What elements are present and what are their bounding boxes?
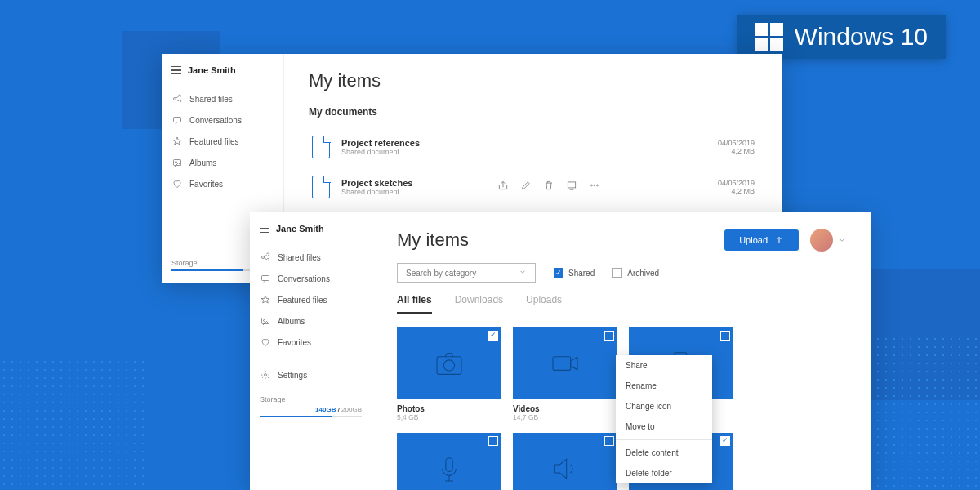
microphone-icon [433,452,466,485]
storage-bar [260,416,362,417]
card-checkbox-icon[interactable] [604,436,614,446]
sidebar-item-shared-files[interactable]: Shared files [260,247,362,268]
folder-card[interactable]: Photos 5,4 GB [397,327,501,421]
star-icon [172,136,183,147]
share-icon [172,93,183,105]
user-name: Jane Smith [188,65,236,75]
filter-archived-checkbox[interactable]: Archived [612,268,659,278]
document-subtitle: Shared document [341,148,420,156]
share-icon[interactable] [497,180,509,194]
sidebar-item-label: Shared files [278,253,321,262]
sidebar-item-conversations[interactable]: Conversations [172,109,274,131]
separator [616,439,712,440]
sidebar-item-label: Albums [278,317,305,326]
filter-shared-checkbox[interactable]: Shared [554,268,595,278]
tab-all-files[interactable]: All files [397,294,432,314]
page-title: My items [397,229,469,251]
document-row[interactable]: Project sketches Shared document 04/05/2… [309,167,758,207]
heart-icon [260,336,271,348]
ctx-change-icon[interactable]: Change icon [616,396,712,416]
sidebar-item-conversations[interactable]: Conversations [260,268,362,289]
sidebar-item-albums[interactable]: Albums [172,152,274,173]
card-checkbox-icon[interactable] [720,436,730,446]
delete-icon[interactable] [543,180,555,194]
document-icon [312,176,330,198]
document-name: Project references [341,138,420,148]
svg-rect-0 [174,118,181,122]
document-size: 4,2 MB [718,147,755,155]
sidebar-item-featured-files[interactable]: Featured files [260,289,362,310]
ctx-share[interactable]: Share [616,355,712,376]
gear-icon [260,369,271,381]
chevron-down-icon[interactable] [838,233,846,247]
document-name: Project sketches [341,178,412,188]
ctx-delete-content[interactable]: Delete content [616,443,712,463]
folder-card[interactable]: Videos 14,7 GB [513,327,617,421]
filters: Search by category Shared Archived [397,263,846,283]
sidebar-item-label: Conversations [189,116,242,125]
sidebar: Jane Smith Shared files Conversations Fe… [250,212,372,490]
more-icon[interactable] [589,180,600,194]
topbar: My items Upload [397,229,846,252]
storage-values: 140GB / 200GB [260,406,362,413]
decorative-dots [0,358,147,488]
svg-rect-3 [568,182,576,188]
chat-icon [260,273,271,284]
card-checkbox-icon[interactable] [720,331,730,341]
sidebar-item-label: Featured files [189,137,239,146]
chat-icon [172,114,183,126]
sidebar-item-favorites[interactable]: Favorites [260,332,362,353]
svg-point-10 [265,374,267,376]
card-name: Videos [513,404,617,413]
category-select[interactable]: Search by category [397,263,536,283]
ctx-delete-folder[interactable]: Delete folder [616,463,712,483]
upload-button[interactable]: Upload [724,229,799,251]
tabs: All files Downloads Uploads [397,294,846,314]
sidebar-item-shared-files[interactable]: Shared files [172,88,274,109]
edit-icon[interactable] [520,180,532,194]
chevron-down-icon [519,268,527,278]
avatar[interactable] [810,229,833,252]
sidebar-item-settings[interactable]: Settings [260,364,362,385]
tab-uploads[interactable]: Uploads [526,294,562,314]
svg-point-6 [597,185,599,186]
card-checkbox-icon[interactable] [604,331,614,341]
menu-icon[interactable] [260,225,270,233]
document-row[interactable]: Project references Shared document 04/05… [309,127,758,167]
share-icon [260,252,271,263]
context-menu: Share Rename Change icon Move to Delete … [616,355,712,483]
ctx-move-to[interactable]: Move to [616,416,712,437]
sidebar-item-featured-files[interactable]: Featured files [172,131,274,152]
badge-label: Windows 10 [795,23,928,51]
svg-point-2 [176,162,177,163]
card-checkbox-icon[interactable] [488,436,498,446]
svg-rect-16 [446,458,452,472]
document-date: 04/05/2019 [718,179,755,187]
card-checkbox-icon[interactable] [488,331,498,341]
document-subtitle: Shared document [341,188,412,196]
window-grid-view: Jane Smith Shared files Conversations Fe… [250,212,871,490]
card-size: 5,4 GB [397,413,501,421]
sidebar-item-label: Conversations [278,274,330,283]
svg-rect-13 [553,357,571,371]
sidebar-item-favorites[interactable]: Favorites [172,173,274,194]
sidebar-item-albums[interactable]: Albums [260,310,362,332]
user-name: Jane Smith [276,224,324,234]
sidebar-header: Jane Smith [172,65,274,75]
image-icon [172,157,183,168]
tab-downloads[interactable]: Downloads [455,294,503,314]
storage-label: Storage [260,395,362,403]
windows-badge: Windows 10 [737,15,946,59]
checkbox-icon [612,268,622,278]
sidebar-header: Jane Smith [260,224,362,234]
svg-point-9 [264,320,265,322]
folder-card[interactable]: Voice recordings [397,433,501,490]
menu-icon[interactable] [172,66,181,74]
folder-card[interactable] [513,433,617,490]
download-icon[interactable] [566,180,577,194]
video-icon [549,347,581,380]
heart-icon [172,178,183,189]
ctx-rename[interactable]: Rename [616,376,712,396]
sidebar-item-label: Shared files [189,95,233,104]
card-size: 14,7 GB [513,413,617,421]
